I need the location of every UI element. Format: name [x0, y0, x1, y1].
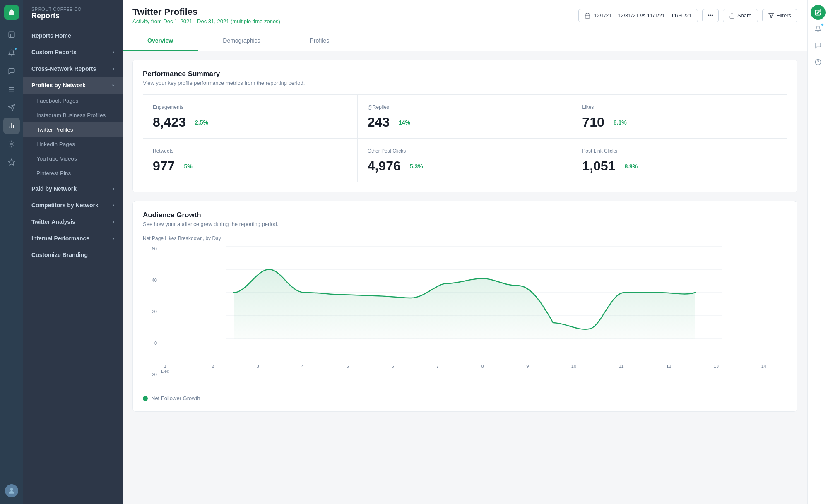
chevron-down-icon: › [113, 202, 114, 208]
x-label-5: 5 [347, 364, 349, 374]
sidebar-item-competitors[interactable]: Competitors by Network › [23, 197, 123, 214]
x-label-10: 10 [571, 364, 576, 374]
sidebar-item-cross-network[interactable]: Cross-Network Reports › [23, 60, 123, 77]
metric-value: 1,051 8.9% [582, 158, 777, 174]
sidebar-sub-twitter-profiles[interactable]: Twitter Profiles [23, 122, 123, 137]
audience-growth-chart [161, 246, 787, 362]
nav-reports[interactable] [3, 118, 20, 134]
legend-label: Net Follower Growth [151, 395, 200, 401]
y-label-0: 0 [143, 341, 157, 346]
sidebar-sub-pinterest[interactable]: Pinterest Pins [23, 166, 123, 180]
help-button[interactable] [811, 55, 826, 70]
compose-button[interactable] [811, 5, 826, 20]
metric-change: 5.3% [404, 163, 423, 170]
share-button[interactable]: Share [723, 9, 758, 22]
content-area: Performance Summary View your key profil… [123, 51, 807, 504]
nav-publish[interactable] [3, 99, 20, 116]
y-label-60: 60 [143, 246, 157, 251]
metric-engagements: Engagements 8,423 2.5% [143, 95, 358, 139]
audience-growth-card: Audience Growth See how your audience gr… [132, 201, 797, 412]
x-label-4: 4 [301, 364, 304, 374]
header-right: 12/1/21 – 12/31/21 vs 11/1/21 – 11/30/21… [578, 9, 797, 22]
nav-avatar[interactable] [3, 482, 20, 499]
notifications-button[interactable] [811, 22, 826, 36]
filters-button[interactable]: Filters [762, 9, 797, 22]
metric-value: 977 5% [153, 158, 347, 174]
svg-rect-12 [585, 14, 590, 18]
notification-dot [821, 23, 824, 26]
sidebar-item-internal-performance[interactable]: Internal Performance › [23, 230, 123, 247]
chart-label: Net Page Likes Breakdown, by Day [143, 235, 787, 241]
x-label-1: 1Dec [161, 364, 169, 374]
sidebar-item-paid-by-network[interactable]: Paid by Network › [23, 180, 123, 197]
performance-summary-subtitle: View your key profile performance metric… [143, 80, 787, 86]
x-label-14: 14 [761, 364, 766, 374]
filters-label: Filters [777, 12, 791, 19]
arrow-up-icon [189, 120, 194, 125]
sidebar-brand: Sprout Coffee Co. Reports [23, 0, 123, 27]
sidebar-item-custom-reports[interactable]: Custom Reports › [23, 44, 123, 60]
sidebar-sub-youtube[interactable]: YouTube Videos [23, 151, 123, 166]
metric-change: 5% [178, 163, 192, 170]
tab-overview[interactable]: Overview [123, 31, 198, 51]
nav-messages[interactable] [3, 63, 20, 79]
metric-change: 2.5% [189, 119, 208, 126]
brand-sub: Sprout Coffee Co. [31, 7, 114, 12]
more-options-button[interactable]: ••• [702, 9, 719, 22]
x-label-7: 7 [436, 364, 439, 374]
y-label-40: 40 [143, 278, 157, 283]
tab-profiles[interactable]: Profiles [285, 31, 354, 51]
x-label-11: 11 [619, 364, 624, 374]
sidebar-item-reports-home[interactable]: Reports Home [23, 27, 123, 44]
main-content: Twitter Profiles Activity from Dec 1, 20… [123, 0, 807, 504]
nav-compose[interactable] [3, 26, 20, 43]
legend-dot [143, 396, 148, 401]
metric-change: 14% [393, 119, 410, 126]
metric-label: @Replies [368, 104, 389, 111]
x-label-9: 9 [526, 364, 529, 374]
sidebar-sub-instagram[interactable]: Instagram Business Profiles [23, 108, 123, 122]
filter-icon [768, 13, 774, 19]
metric-value: 710 6.1% [582, 115, 777, 130]
sidebar-item-twitter-analysis[interactable]: Twitter Analysis › [23, 214, 123, 230]
sidebar-sub-linkedin[interactable]: LinkedIn Pages [23, 137, 123, 151]
date-range-button[interactable]: 12/1/21 – 12/31/21 vs 11/1/21 – 11/30/21 [578, 9, 698, 22]
svg-marker-10 [9, 159, 15, 165]
notification-badge [14, 47, 17, 50]
x-label-12: 12 [666, 364, 671, 374]
tabs-container: Overview Demographics Profiles [123, 31, 807, 51]
chevron-down-icon: › [113, 219, 114, 225]
icon-bar [0, 0, 23, 504]
share-icon [729, 13, 735, 19]
tab-demographics[interactable]: Demographics [198, 31, 285, 51]
svg-rect-0 [9, 32, 14, 38]
nav-listen[interactable] [3, 154, 20, 170]
metric-replies: @Replies 243 14% [358, 95, 573, 139]
svg-marker-17 [769, 13, 774, 18]
page-title: Twitter Profiles [132, 7, 280, 17]
x-label-8: 8 [481, 364, 484, 374]
metric-retweets: Retweets 977 5% [143, 139, 358, 182]
sidebar-item-customize-branding[interactable]: Customize Branding [23, 247, 123, 263]
sidebar-item-profiles-by-network[interactable]: Profiles by Network › [23, 77, 123, 94]
y-label-20: 20 [143, 309, 157, 314]
nav-automation[interactable] [3, 136, 20, 152]
metric-value: 4,976 5.3% [368, 158, 562, 174]
metric-change: 8.9% [619, 163, 638, 170]
arrow-up-icon [404, 164, 409, 169]
metric-label: Likes [582, 104, 594, 111]
share-label: Share [737, 12, 752, 19]
header-left: Twitter Profiles Activity from Dec 1, 20… [132, 7, 280, 24]
nav-notifications[interactable] [3, 45, 20, 61]
sidebar-sub-facebook-pages[interactable]: Facebook Pages [23, 94, 123, 108]
feedback-button[interactable] [811, 38, 826, 53]
right-icon-bar [807, 0, 828, 504]
svg-point-9 [11, 143, 13, 145]
chevron-down-icon: › [113, 235, 114, 241]
date-range-label: 12/1/21 – 12/31/21 vs 11/1/21 – 11/30/21 [594, 12, 692, 19]
nav-tasks[interactable] [3, 81, 20, 98]
metrics-grid: Engagements 8,423 2.5% @Replies 243 [143, 94, 787, 182]
metric-post-link-clicks: Post Link Clicks 1,051 8.9% [572, 139, 787, 182]
chevron-down-icon: › [113, 66, 114, 72]
metric-label: Other Post Clicks [368, 148, 406, 155]
